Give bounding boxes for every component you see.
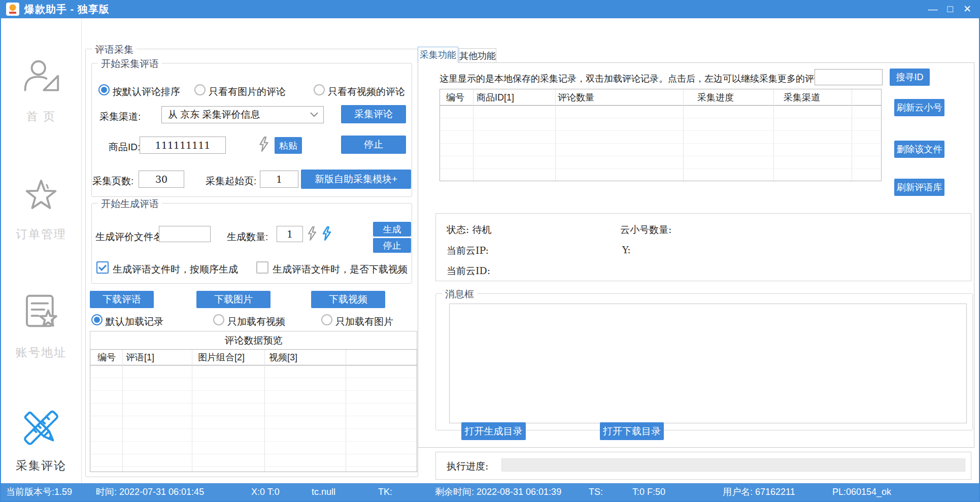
radio-video-only[interactable] <box>314 84 325 95</box>
statusbar-username: 用户名: 67162211 <box>723 483 795 501</box>
tab-collect-function[interactable]: 采集功能 <box>418 47 458 63</box>
sidebar-label-accounts[interactable]: 账号地址 <box>1 345 81 360</box>
table-row <box>90 365 417 378</box>
table-row <box>90 454 417 467</box>
checkbox-sequential-label: 生成评语文件时，按顺序生成 <box>113 263 238 276</box>
preview-table-title-text: 评论数据预览 <box>225 334 283 347</box>
column-header: 采集渠道 <box>784 89 820 105</box>
statusbar-xt: X:0 T:0 <box>251 483 280 501</box>
progress-bar <box>501 458 965 472</box>
y-label: Y: <box>622 244 631 255</box>
product-id-label: 商品ID: <box>109 141 140 154</box>
column-header: 编号 <box>97 350 116 365</box>
records-table[interactable]: 编号 商品ID[1] 评论数量 采集进度 采集渠道 <box>440 89 882 181</box>
table-row <box>440 156 881 169</box>
statusbar-time: 时间: 2022-07-31 06:01:45 <box>96 483 204 501</box>
radio-default-sort[interactable] <box>98 84 110 95</box>
status-text: 状态: 待机 <box>447 223 491 237</box>
open-generate-dir-button[interactable]: 打开生成目录 <box>461 422 526 440</box>
statusbar-ts: TS: <box>589 483 603 501</box>
cloud-id-label: 当前云ID: <box>447 264 490 278</box>
open-download-dir-button[interactable]: 打开下载目录 <box>600 422 664 440</box>
stop-collect-button[interactable]: 停止 <box>341 136 406 154</box>
table-row <box>440 105 881 118</box>
table-row <box>90 416 417 429</box>
table-row <box>90 441 417 454</box>
message-textarea[interactable] <box>449 304 967 423</box>
lightning-icon <box>257 137 271 154</box>
radio-load-image[interactable] <box>321 314 332 325</box>
filename-input[interactable] <box>159 226 211 242</box>
pages-input[interactable] <box>139 171 184 188</box>
radio-load-default[interactable] <box>91 314 103 325</box>
search-id-button[interactable]: 搜寻ID <box>890 69 930 86</box>
sidebar-item-accounts[interactable] <box>1 291 81 336</box>
download-comments-button[interactable]: 下载评语 <box>90 291 154 308</box>
group-title: 消息框 <box>442 288 477 301</box>
generate-count-label: 生成数量: <box>227 230 268 244</box>
column-header: 编号 <box>446 89 464 105</box>
delete-file-button[interactable]: 删除该文件 <box>894 141 944 158</box>
sidebar-label-collect[interactable]: 采集评论 <box>1 458 81 474</box>
column-header: 采集进度 <box>697 89 734 105</box>
statusbar-remaining: 剩余时间: 2022-08-31 06:01:39 <box>435 483 561 501</box>
minimize-button[interactable]: — <box>924 0 941 18</box>
download-videos-button[interactable]: 下载视频 <box>311 291 385 308</box>
lightning-blue-icon[interactable] <box>320 226 333 243</box>
checkbox-sequential[interactable] <box>96 261 109 274</box>
start-page-input[interactable] <box>260 171 298 188</box>
cloud-ip-label: 当前云IP: <box>447 244 489 257</box>
preview-table-header: 编号 评语[1] 图片组合[2] 视频[3] <box>90 350 417 365</box>
refresh-library-button[interactable]: 刷新评语库 <box>894 179 944 196</box>
radio-load-image-label: 只加载有图片 <box>335 315 393 328</box>
sidebar-item-home[interactable] <box>1 57 81 102</box>
preview-table[interactable]: 编号 评语[1] 图片组合[2] 视频[3] <box>90 349 417 472</box>
table-row <box>440 118 881 131</box>
group-title: 开始采集评语 <box>98 57 162 71</box>
preview-table-title: 评论数据预览 <box>90 331 417 350</box>
generate-count-input[interactable] <box>277 226 303 242</box>
channel-select[interactable]: 从 京东 采集评价信息 <box>161 106 324 123</box>
records-info-text: 这里显示的是本地保存的采集记录，双击加载评论记录。点击后，左边可以继续采集更多的… <box>440 73 823 85</box>
table-row <box>440 143 881 156</box>
maximize-button[interactable]: □ <box>941 0 959 18</box>
stop-generate-button[interactable]: 停止 <box>373 238 411 253</box>
chevron-down-icon <box>310 112 318 117</box>
radio-load-video-label: 只加载有视频 <box>227 315 285 328</box>
sidebar-item-orders[interactable] <box>1 174 81 218</box>
new-module-button[interactable]: 新版自助采集模块+ <box>301 170 411 189</box>
document-star-icon <box>20 291 62 334</box>
checkbox-download-video[interactable] <box>256 261 268 274</box>
group-title: 开始生成评语 <box>98 197 162 211</box>
download-images-button[interactable]: 下载图片 <box>196 291 271 308</box>
table-row <box>90 428 417 442</box>
table-row <box>440 130 881 144</box>
product-id-input[interactable] <box>140 137 226 154</box>
sidebar-item-collect[interactable] <box>1 406 81 453</box>
column-header: 图片组合[2] <box>198 350 245 365</box>
collect-comments-button[interactable]: 采集评论 <box>341 105 406 123</box>
table-row <box>440 169 881 181</box>
column-header: 商品ID[1] <box>477 89 514 105</box>
channel-label: 采集渠道: <box>99 110 141 123</box>
table-row <box>90 378 417 391</box>
close-button[interactable]: ✕ <box>959 0 976 18</box>
tab-other-function[interactable]: 其他功能 <box>459 48 496 63</box>
app-logo-icon <box>6 3 19 16</box>
generate-button[interactable]: 生成 <box>373 222 411 237</box>
radio-load-video[interactable] <box>213 314 224 325</box>
search-id-input[interactable] <box>815 69 883 85</box>
cloud-count-label: 云小号数量: <box>620 223 671 237</box>
column-header: 视频[3] <box>269 350 297 365</box>
sidebar-label-home[interactable]: 首 页 <box>1 109 81 124</box>
statusbar-tf: T:0 F:50 <box>632 483 665 501</box>
radio-image-only[interactable] <box>194 84 206 95</box>
star-icon <box>20 174 62 216</box>
refresh-cloud-button[interactable]: 刷新云小号 <box>894 99 944 116</box>
titlebar: 爆款助手 - 独享版 — □ ✕ <box>0 0 980 18</box>
statusbar-pl: PL:060154_ok <box>832 483 891 501</box>
statusbar-version: 当前版本号:1.59 <box>6 483 72 501</box>
checkbox-download-video-label: 生成评语文件时，是否下载视频 <box>273 263 408 276</box>
paste-button[interactable]: 粘贴 <box>275 137 302 154</box>
sidebar-label-orders[interactable]: 订单管理 <box>1 226 81 242</box>
